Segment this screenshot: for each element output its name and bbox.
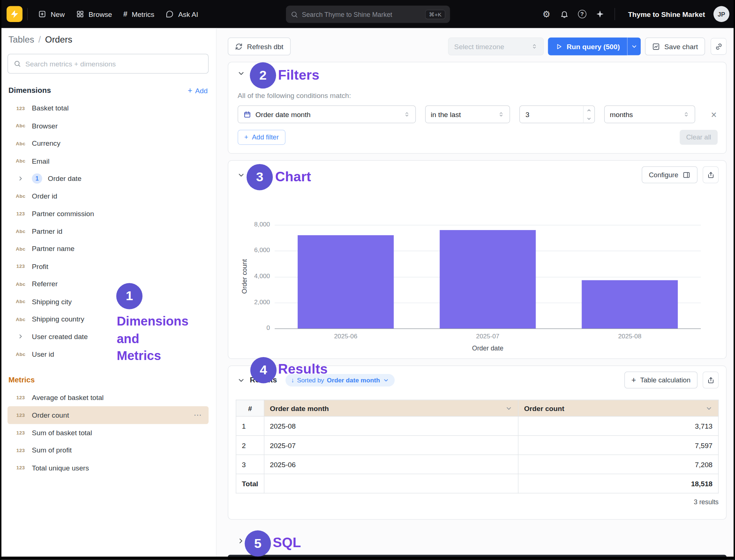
select-caret-icon xyxy=(683,111,689,118)
table-calculation-button[interactable]: + Table calculation xyxy=(624,371,697,388)
configure-button[interactable]: Configure xyxy=(642,166,698,183)
annotation-circle-3: 3 xyxy=(247,164,273,190)
dimension-item-browser[interactable]: AbcBrowser xyxy=(7,117,209,135)
filter-operator-select[interactable]: in the last xyxy=(425,105,510,123)
dimension-label: Currency xyxy=(32,139,61,148)
metric-item-sum-profit[interactable]: 123Sum of profit xyxy=(7,441,209,459)
dimension-item-order-date[interactable]: 1 Order date xyxy=(7,170,209,187)
stepper-down-button[interactable] xyxy=(584,114,594,123)
metrics-button[interactable]: # Metrics xyxy=(118,6,160,22)
header-label: Order count xyxy=(524,404,564,412)
chat-bubble-icon xyxy=(166,10,174,18)
row-number-header: # xyxy=(236,400,264,417)
run-query-button[interactable]: Run query (500) xyxy=(548,37,627,55)
add-dimension-button[interactable]: + Add xyxy=(188,87,207,95)
ask-ai-button[interactable]: Ask AI xyxy=(160,6,204,22)
refresh-dbt-button[interactable]: Refresh dbt xyxy=(228,37,291,55)
sql-panel-edge[interactable] xyxy=(228,555,727,560)
order-date-month-header[interactable]: Order date month xyxy=(264,400,518,417)
dimension-item-partner-id[interactable]: AbcPartner id xyxy=(7,222,209,240)
order-count-header[interactable]: Order count xyxy=(518,400,718,417)
share-icon xyxy=(707,171,715,179)
breadcrumb-tables[interactable]: Tables xyxy=(8,34,34,45)
dimension-item-order-id[interactable]: AbcOrder id xyxy=(7,187,209,205)
app-logo[interactable] xyxy=(7,6,22,22)
metric-item-order-count[interactable]: 123 Order count ⋯ xyxy=(7,406,209,424)
number-type-icon: 123 xyxy=(15,465,26,470)
filter-value-input[interactable] xyxy=(520,110,576,119)
search-icon xyxy=(14,60,21,67)
global-search-input[interactable] xyxy=(302,11,421,18)
results-table-wrap: # Order date month Order count xyxy=(236,400,718,493)
active-filter-count-badge: 1 xyxy=(32,173,42,183)
dimension-label: Basket total xyxy=(32,104,69,112)
expand-sql-button[interactable] xyxy=(235,535,246,546)
org-name[interactable]: Thyme to Shine Market xyxy=(622,10,712,18)
question-glyph: ? xyxy=(580,11,584,17)
filter-field-select[interactable]: Order date month xyxy=(238,105,416,123)
annotation-text-filters: Filters xyxy=(278,68,319,83)
metric-label: Order count xyxy=(32,411,69,419)
item-menu-icon[interactable]: ⋯ xyxy=(193,410,202,420)
dimension-label: Order id xyxy=(32,192,57,200)
help-icon: ? xyxy=(578,10,586,18)
settings-button[interactable]: ⚙ xyxy=(539,6,554,22)
chart-bar[interactable] xyxy=(582,280,678,328)
export-results-button[interactable] xyxy=(703,371,718,388)
global-search[interactable]: ⌘+K xyxy=(286,6,450,23)
dimension-label: User created date xyxy=(32,332,88,341)
metric-item-total-unique-users[interactable]: 123Total unique users xyxy=(7,459,209,477)
save-chart-button[interactable]: Save chart xyxy=(645,37,705,55)
new-button[interactable]: New xyxy=(32,6,70,22)
dimension-item-partner-name[interactable]: AbcPartner name xyxy=(7,240,209,258)
avatar[interactable]: JP xyxy=(713,6,729,22)
remove-filter-button[interactable]: × xyxy=(709,109,718,119)
browse-button[interactable]: Browse xyxy=(70,6,118,22)
metric-label: Sum of profit xyxy=(32,446,72,454)
export-chart-button[interactable] xyxy=(703,166,718,183)
dimension-item-basket-total[interactable]: 123Basket total xyxy=(7,99,209,117)
notifications-button[interactable] xyxy=(556,6,572,22)
chart-bar[interactable] xyxy=(440,230,536,328)
dimension-label: Shipping city xyxy=(32,297,72,305)
stepper-up-button[interactable] xyxy=(584,106,594,114)
hash-icon: # xyxy=(123,10,127,18)
dimension-item-currency[interactable]: AbcCurrency xyxy=(7,134,209,152)
string-type-icon: Abc xyxy=(15,246,26,251)
chevron-right-icon[interactable] xyxy=(15,175,26,182)
dimension-item-partner-commission[interactable]: 123Partner commission xyxy=(7,205,209,222)
layout-panel-icon xyxy=(682,171,691,179)
string-type-icon: Abc xyxy=(15,141,26,146)
collapse-filters-button[interactable] xyxy=(236,68,246,78)
table-calculation-label: Table calculation xyxy=(640,376,691,383)
help-button[interactable]: ? xyxy=(574,6,590,22)
annotation-text-chart: Chart xyxy=(275,169,311,185)
metric-label: Average of basket total xyxy=(32,393,104,401)
dimension-item-email[interactable]: AbcEmail xyxy=(7,152,209,170)
sparkles-button[interactable] xyxy=(592,6,608,22)
breadcrumb-orders: Orders xyxy=(45,34,72,45)
number-type-icon: 123 xyxy=(15,412,26,418)
dimension-item-profit[interactable]: 123Profit xyxy=(7,258,209,275)
add-filter-button[interactable]: + Add filter xyxy=(238,130,285,145)
dimension-item-referrer[interactable]: AbcReferrer xyxy=(7,275,209,292)
metric-item-average-basket-total[interactable]: 123Average of basket total xyxy=(7,389,209,406)
collapse-chart-button[interactable] xyxy=(236,170,246,180)
collapse-results-button[interactable] xyxy=(236,375,246,385)
chevron-down-icon xyxy=(237,376,245,384)
chevron-right-icon[interactable] xyxy=(15,333,26,340)
chart-bar[interactable] xyxy=(298,235,394,328)
metric-item-sum-basket-total[interactable]: 123Sum of basket total xyxy=(7,424,209,441)
filter-unit-select[interactable]: months xyxy=(604,105,695,123)
dimension-item-shipping-city[interactable]: AbcShipping city xyxy=(7,292,209,310)
share-link-button[interactable] xyxy=(711,38,727,55)
fields-search[interactable] xyxy=(7,54,209,74)
share-icon xyxy=(707,376,715,384)
timezone-select[interactable]: Select timezone xyxy=(448,37,544,55)
fields-search-input[interactable] xyxy=(25,60,203,68)
filter-condition-text: All of the following conditions match: xyxy=(238,91,717,99)
clear-all-button[interactable]: Clear all xyxy=(680,130,718,145)
string-type-icon: Abc xyxy=(15,299,26,304)
annotation-circle-2: 2 xyxy=(250,62,276,89)
run-query-options-button[interactable] xyxy=(627,37,641,55)
